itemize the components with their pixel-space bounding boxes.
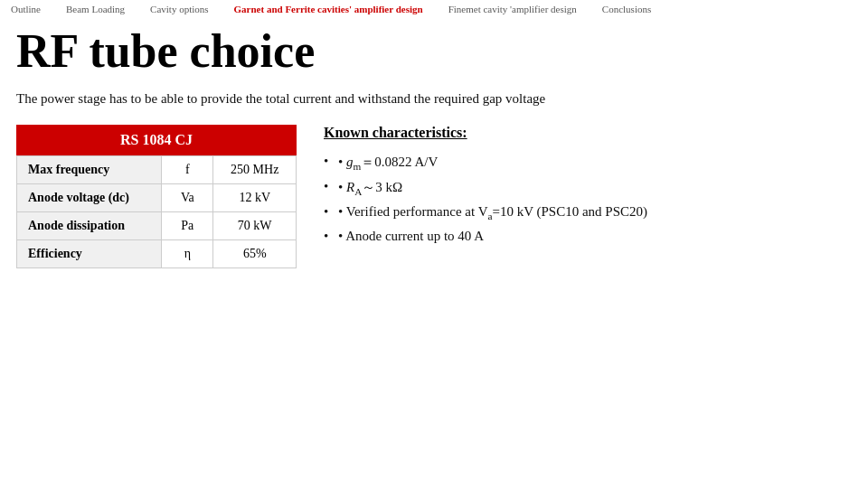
table-header: RS 1084 CJ [16, 125, 297, 155]
main-content: RS 1084 CJ Max frequency f 250 MHz Anode… [0, 125, 868, 268]
char-title: Known characteristics: [324, 125, 852, 141]
nav-item-conclusions[interactable]: Conclusions [602, 4, 651, 14]
nav-item-finemet[interactable]: Finemet cavity 'amplifier design [448, 4, 577, 14]
nav-item-outline[interactable]: Outline [11, 4, 41, 14]
property-anode-volt: Anode voltage (dc) [17, 184, 162, 212]
table-row: Efficiency η 65% [17, 240, 297, 268]
nav-item-cavity-options[interactable]: Cavity options [150, 4, 208, 14]
nav-bar: Outline Beam Loading Cavity options Garn… [0, 0, 868, 18]
subtitle: The power stage has to be able to provid… [0, 91, 868, 125]
characteristics-area: Known characteristics: • gm＝0.0822 A/V •… [324, 125, 852, 268]
list-item: • Verified performance at Va=10 kV (PSC1… [324, 204, 852, 221]
value-max-freq: 250 MHz [213, 156, 297, 184]
symbol-efficiency: η [162, 240, 213, 268]
symbol-max-freq: f [162, 156, 213, 184]
nav-item-garnet-ferrite[interactable]: Garnet and Ferrite cavities' amplifier d… [234, 4, 423, 14]
table-row: Anode voltage (dc) Va 12 kV [17, 184, 297, 212]
property-efficiency: Efficiency [17, 240, 162, 268]
property-anode-diss: Anode dissipation [17, 212, 162, 240]
table-area: RS 1084 CJ Max frequency f 250 MHz Anode… [16, 125, 297, 268]
value-anode-diss: 70 kW [213, 212, 297, 240]
char-list: • gm＝0.0822 A/V • RA～3 kΩ • Verified per… [324, 154, 852, 244]
table-row: Max frequency f 250 MHz [17, 156, 297, 184]
list-item: • Anode current up to 40 A [324, 229, 852, 244]
page-title: RF tube choice [0, 18, 868, 91]
list-item: • RA～3 kΩ [324, 179, 852, 197]
symbol-anode-diss: Pa [162, 212, 213, 240]
value-efficiency: 65% [213, 240, 297, 268]
value-anode-volt: 12 kV [213, 184, 297, 212]
symbol-anode-volt: Va [162, 184, 213, 212]
specs-table: Max frequency f 250 MHz Anode voltage (d… [16, 155, 297, 268]
nav-item-beam-loading[interactable]: Beam Loading [66, 4, 125, 14]
table-row: Anode dissipation Pa 70 kW [17, 212, 297, 240]
property-max-freq: Max frequency [17, 156, 162, 184]
list-item: • gm＝0.0822 A/V [324, 154, 852, 172]
